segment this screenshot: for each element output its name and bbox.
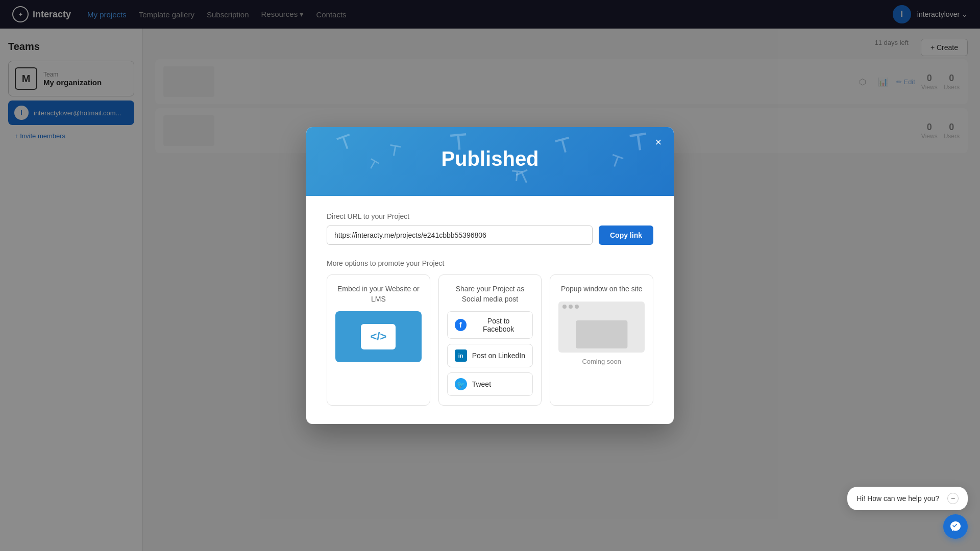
url-label: Direct URL to your Project: [327, 212, 653, 220]
published-modal: ⊤ ⊤ ⊤ ⊤ ⊤ ⊤ ⊤ ⊤ ⊤ × Published Direct URL…: [306, 127, 674, 424]
popup-dots: [562, 305, 579, 309]
messenger-icon: [949, 520, 962, 533]
twitter-label: Tweet: [472, 380, 491, 388]
modal-close-button[interactable]: ×: [650, 134, 667, 151]
code-preview: </>: [335, 311, 422, 362]
embed-card-title: Embed in your Website or LMS: [335, 284, 422, 304]
popup-dot-2: [569, 305, 573, 309]
modal-body: Direct URL to your Project Copy link Mor…: [306, 196, 674, 424]
promote-label: More options to promote your Project: [327, 259, 653, 267]
social-card: Share your Project as Social media post …: [438, 274, 542, 406]
chat-widget: Hi! How can we help you? −: [847, 487, 968, 539]
popup-dot-1: [562, 305, 567, 309]
popup-mockup: [558, 302, 645, 353]
facebook-label: Post to Facebook: [472, 317, 525, 333]
code-tag: </>: [361, 324, 396, 349]
popup-dot-3: [575, 305, 579, 309]
facebook-icon: f: [455, 319, 467, 331]
popup-preview: Coming soon: [558, 302, 645, 365]
copy-link-button[interactable]: Copy link: [599, 226, 653, 245]
url-row: Copy link: [327, 226, 653, 245]
promote-cards: Embed in your Website or LMS </> Share y…: [327, 274, 653, 406]
embed-card: Embed in your Website or LMS </>: [327, 274, 430, 406]
popup-inner-box: [576, 320, 627, 348]
linkedin-icon: in: [455, 349, 467, 362]
chat-minimize-button[interactable]: −: [947, 493, 959, 504]
tweet-button[interactable]: 🐦 Tweet: [447, 372, 533, 396]
url-input[interactable]: [327, 226, 593, 245]
modal-title: Published: [327, 147, 653, 170]
social-buttons: f Post to Facebook in Post on LinkedIn 🐦…: [447, 311, 533, 396]
popup-card-title: Popup window on the site: [558, 284, 645, 294]
modal-overlay: ⊤ ⊤ ⊤ ⊤ ⊤ ⊤ ⊤ ⊤ ⊤ × Published Direct URL…: [0, 0, 980, 551]
linkedin-label: Post on LinkedIn: [472, 352, 525, 360]
popup-card: Popup window on the site Coming soon: [550, 274, 653, 406]
chat-bubble: Hi! How can we help you? −: [847, 487, 968, 510]
chat-bubble-text: Hi! How can we help you?: [856, 494, 939, 503]
modal-header: ⊤ ⊤ ⊤ ⊤ ⊤ ⊤ ⊤ ⊤ ⊤ × Published: [306, 127, 674, 196]
coming-soon-text: Coming soon: [582, 358, 621, 365]
social-card-title: Share your Project as Social media post: [447, 284, 533, 304]
post-to-facebook-button[interactable]: f Post to Facebook: [447, 311, 533, 339]
chat-open-button[interactable]: [943, 514, 968, 539]
twitter-icon: 🐦: [455, 378, 467, 390]
post-on-linkedin-button[interactable]: in Post on LinkedIn: [447, 344, 533, 367]
